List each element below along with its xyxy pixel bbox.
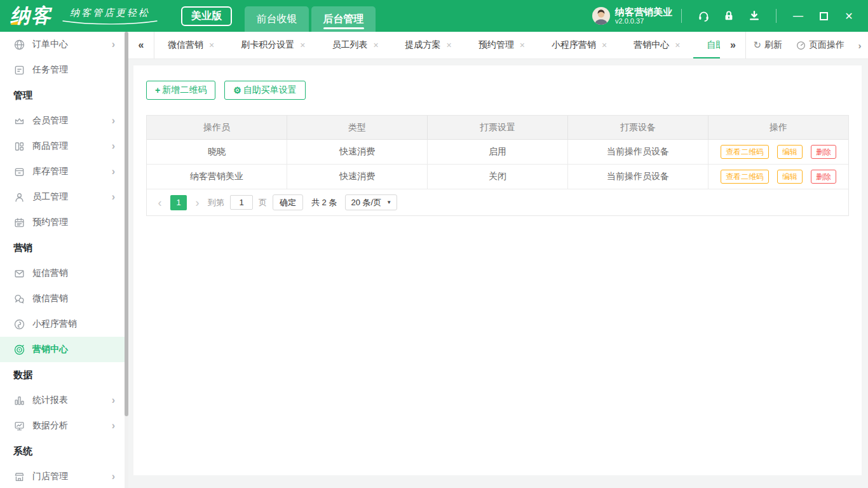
- store-icon: [13, 471, 25, 483]
- app-version: v2.0.0.37: [615, 17, 672, 25]
- tabbar-more-icon[interactable]: ›: [851, 32, 868, 58]
- tab-close-icon[interactable]: ×: [373, 40, 378, 50]
- close-icon[interactable]: ✕: [836, 10, 862, 22]
- goto-page-input[interactable]: [230, 195, 253, 210]
- pagination: ‹ 1 › 到第 页 确定 共 2 条 20 条/页 ▼: [147, 189, 848, 215]
- refresh-button[interactable]: ↻ 刷新: [746, 32, 789, 58]
- tab-front-cashier[interactable]: 前台收银: [245, 6, 309, 32]
- next-page-icon[interactable]: ›: [193, 197, 202, 208]
- open-tabs: 微信营销× 刷卡积分设置× 员工列表× 提成方案× 预约管理× 小程序营销× 营…: [154, 32, 720, 58]
- goto-confirm-button[interactable]: 确定: [273, 194, 303, 210]
- tab-marketing-center[interactable]: 营销中心×: [620, 32, 693, 58]
- crown-icon: [13, 115, 25, 127]
- page-size-select[interactable]: 20 条/页 ▼: [345, 194, 397, 210]
- sidebar-item-store-manage[interactable]: 门店管理 ›: [0, 464, 125, 488]
- tab-close-icon[interactable]: ×: [602, 40, 607, 50]
- tab-close-icon[interactable]: ×: [520, 40, 525, 50]
- column-header-operator: 操作员: [147, 116, 287, 139]
- delete-button[interactable]: 删除: [811, 170, 836, 184]
- maximize-icon[interactable]: [811, 12, 836, 20]
- sidebar-item-miniprogram-marketing[interactable]: 小程序营销: [0, 311, 125, 337]
- customer-service-icon[interactable]: [691, 10, 716, 23]
- total-count-label: 共 2 条: [311, 197, 337, 208]
- sidebar-item-task-manage[interactable]: 任务管理: [0, 57, 125, 83]
- download-icon[interactable]: [742, 10, 767, 22]
- sidebar-item-wechat-marketing[interactable]: 微信营销: [0, 286, 125, 311]
- tab-miniprogram-marketing[interactable]: 小程序营销×: [538, 32, 620, 58]
- tab-commission-plan[interactable]: 提成方案×: [392, 32, 465, 58]
- tab-self-service-order[interactable]: 自助买单×: [693, 32, 720, 58]
- wechat-icon: [13, 293, 25, 305]
- page-operations-button[interactable]: 页面操作: [789, 32, 851, 58]
- inventory-icon: [13, 166, 25, 178]
- edit-button[interactable]: 编辑: [777, 170, 803, 184]
- sidebar-scrollbar-thumb[interactable]: [125, 32, 128, 416]
- sidebar-scrollbar[interactable]: [125, 32, 128, 488]
- column-header-actions: 操作: [709, 116, 848, 139]
- staff-icon: [13, 191, 25, 203]
- content-background: + 新增二维码 ⚙ 自助买单设置 操作员 类型 打票设置: [128, 59, 868, 488]
- edit-button[interactable]: 编辑: [777, 145, 803, 159]
- header-divider: [681, 9, 682, 23]
- brand-slogan: 纳客管店更轻松: [62, 7, 158, 25]
- lock-icon[interactable]: [716, 10, 742, 22]
- sidebar-item-order-center[interactable]: 订单中心 ›: [0, 32, 125, 57]
- tab-close-icon[interactable]: ×: [675, 40, 680, 50]
- sidebar-section-marketing: 营销: [0, 235, 125, 261]
- view-qrcode-button[interactable]: 查看二维码: [721, 170, 769, 184]
- column-header-type: 类型: [287, 116, 428, 139]
- toolbar: + 新增二维码 ⚙ 自助买单设置: [146, 81, 849, 100]
- page-number-button[interactable]: 1: [170, 195, 187, 210]
- sidebar-section-manage: 管理: [0, 83, 125, 108]
- tab-booking-manage[interactable]: 预约管理×: [465, 32, 538, 58]
- tabs-expand-icon[interactable]: »: [720, 32, 745, 58]
- gear-icon: ⚙: [233, 85, 241, 95]
- sidebar-item-member-manage[interactable]: 会员管理 ›: [0, 108, 125, 133]
- prev-page-icon[interactable]: ‹: [155, 197, 165, 208]
- avatar[interactable]: [592, 7, 610, 25]
- tab-close-icon[interactable]: ×: [447, 40, 452, 50]
- minimize-icon[interactable]: —: [785, 10, 811, 22]
- tab-close-icon[interactable]: ×: [209, 40, 214, 50]
- logo-text: 纳客: [10, 3, 52, 29]
- self-order-settings-button[interactable]: ⚙ 自助买单设置: [224, 81, 306, 100]
- sidebar-item-marketing-center[interactable]: 营销中心: [0, 337, 125, 362]
- tabs-collapse-icon[interactable]: «: [128, 32, 154, 58]
- app-window: 纳客 纳客管店更轻松 美业版 前台收银 后台管理 纳客营销美业 v2.0.0.3…: [0, 0, 868, 488]
- self-order-panel: + 新增二维码 ⚙ 自助买单设置 操作员 类型 打票设置: [133, 65, 862, 475]
- brand-logo: 纳客 纳客管店更轻松: [0, 3, 158, 29]
- sidebar-item-booking-manage[interactable]: 预约管理: [0, 210, 125, 235]
- qrcode-table: 操作员 类型 打票设置 打票设备 操作 晓晓 快速消费 启用 当前操作员设备: [146, 115, 849, 216]
- sidebar-item-sms-marketing[interactable]: 短信营销: [0, 261, 125, 286]
- sidebar-item-data-analysis[interactable]: 数据分析 ›: [0, 413, 125, 438]
- table-row: 晓晓 快速消费 启用 当前操作员设备 查看二维码 编辑 删除: [147, 140, 848, 165]
- edition-badge: 美业版: [181, 6, 232, 26]
- sidebar-section-system: 系统: [0, 438, 125, 464]
- cell-ticket-setting: 启用: [428, 140, 568, 164]
- cell-actions: 查看二维码 编辑 删除: [709, 140, 848, 164]
- chevron-right-icon: ›: [112, 420, 115, 431]
- delete-button[interactable]: 删除: [811, 145, 836, 159]
- goto-page-suffix: 页: [259, 197, 267, 208]
- chevron-right-icon: ›: [112, 140, 115, 152]
- add-qrcode-button[interactable]: + 新增二维码: [146, 81, 215, 100]
- tab-close-icon[interactable]: ×: [300, 40, 305, 50]
- tab-card-points-settings[interactable]: 刷卡积分设置×: [227, 32, 318, 58]
- miniprogram-icon: [13, 318, 25, 330]
- user-name: 纳客营销美业: [615, 6, 672, 17]
- tab-backend-manage[interactable]: 后台管理: [311, 6, 376, 32]
- tabbar: « 微信营销× 刷卡积分设置× 员工列表× 提成方案× 预约管理× 小程序营销×…: [128, 32, 868, 59]
- refresh-icon: ↻: [753, 39, 761, 51]
- chevron-right-icon: ›: [112, 115, 115, 126]
- sidebar-item-staff-manage[interactable]: 员工管理 ›: [0, 184, 125, 210]
- sidebar-item-goods-manage[interactable]: 商品管理 ›: [0, 133, 125, 159]
- cell-ticket-device: 当前操作员设备: [568, 165, 709, 189]
- table-row: 纳客营销美业 快速消费 关闭 当前操作员设备 查看二维码 编辑 删除: [147, 165, 848, 189]
- goods-icon: [13, 140, 25, 152]
- chevron-right-icon: ›: [112, 39, 115, 50]
- sidebar-item-inventory-manage[interactable]: 库存管理 ›: [0, 159, 125, 184]
- sidebar-item-statistics-report[interactable]: 统计报表 ›: [0, 388, 125, 413]
- tab-wechat-marketing[interactable]: 微信营销×: [154, 32, 227, 58]
- view-qrcode-button[interactable]: 查看二维码: [721, 145, 769, 159]
- tab-staff-list[interactable]: 员工列表×: [318, 32, 391, 58]
